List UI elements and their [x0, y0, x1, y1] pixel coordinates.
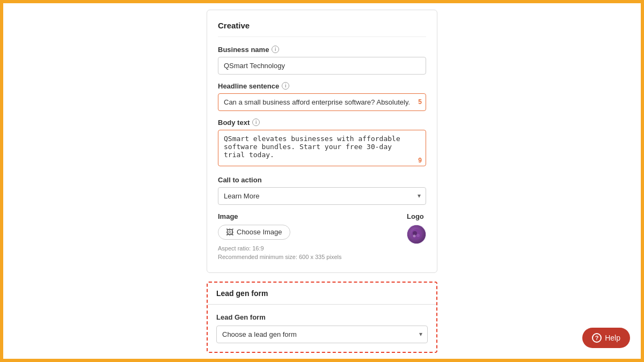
- image-hint: Aspect ratio: 16:9 Recommended minimum s…: [218, 244, 385, 262]
- headline-info-icon[interactable]: i: [282, 82, 289, 90]
- image-hint-aspect: Aspect ratio: 16:9: [218, 244, 385, 253]
- lead-gen-card: Lead gen form Lead Gen form Choose a lea…: [207, 282, 437, 353]
- headline-sentence-label: Headline sentence i: [218, 82, 426, 90]
- logo-image-icon: [411, 228, 422, 240]
- lead-gen-header: Lead gen form: [208, 283, 436, 305]
- main-content: Creative Business name i Headline senten…: [207, 10, 437, 353]
- creative-card: Creative Business name i Headline senten…: [207, 10, 437, 273]
- svg-point-3: [413, 234, 416, 237]
- business-name-input[interactable]: [218, 57, 426, 75]
- image-hint-size: Recommended minimum size: 600 x 335 pixe…: [218, 253, 385, 262]
- headline-wrapper: 5: [218, 93, 426, 111]
- call-to-action-label: Call to action: [218, 176, 426, 184]
- lead-gen-body: Lead Gen form Choose a lead gen form ▾: [208, 305, 436, 352]
- logo-avatar: [407, 225, 426, 244]
- body-text-wrapper: QSmart elevates businesses with affordab…: [218, 130, 426, 168]
- body-text-label: Body text i: [218, 119, 426, 127]
- help-button[interactable]: ? Help: [582, 328, 630, 348]
- call-to-action-select[interactable]: Learn More Sign Up Get Quote Contact Us …: [218, 187, 426, 205]
- image-logo-row: Image 🖼 Choose Image Aspect ratio: 16:9 …: [218, 212, 426, 262]
- image-section: Image 🖼 Choose Image Aspect ratio: 16:9 …: [218, 212, 385, 262]
- lead-gen-form-select[interactable]: Choose a lead gen form: [216, 326, 428, 343]
- help-circle-icon: ?: [592, 333, 602, 343]
- card-title: Creative: [218, 21, 426, 37]
- page-wrapper: Creative Business name i Headline senten…: [3, 3, 641, 359]
- lead-gen-select-wrapper: Choose a lead gen form ▾: [216, 326, 428, 343]
- lead-gen-field-label: Lead Gen form: [216, 313, 428, 321]
- image-icon: 🖼: [226, 228, 233, 237]
- body-text-group: Body text i QSmart elevates businesses w…: [218, 119, 426, 168]
- body-text-input[interactable]: QSmart elevates businesses with affordab…: [218, 130, 426, 166]
- headline-char-count: 5: [418, 98, 422, 106]
- headline-sentence-input[interactable]: [218, 93, 426, 111]
- image-label: Image: [218, 212, 385, 220]
- business-name-group: Business name i: [218, 46, 426, 75]
- business-name-info-icon[interactable]: i: [272, 46, 279, 53]
- headline-sentence-group: Headline sentence i 5: [218, 82, 426, 111]
- help-button-label: Help: [605, 334, 620, 342]
- logo-label: Logo: [407, 212, 426, 220]
- call-to-action-select-wrapper: Learn More Sign Up Get Quote Contact Us …: [218, 187, 426, 205]
- lead-gen-title: Lead gen form: [216, 289, 428, 298]
- body-text-char-count: 9: [418, 157, 422, 164]
- choose-image-label: Choose Image: [237, 228, 282, 236]
- svg-point-2: [416, 234, 420, 237]
- choose-image-button[interactable]: 🖼 Choose Image: [218, 225, 290, 240]
- call-to-action-group: Call to action Learn More Sign Up Get Qu…: [218, 176, 426, 205]
- logo-avatar-inner: [407, 225, 426, 243]
- body-text-info-icon[interactable]: i: [252, 119, 260, 126]
- logo-section: Logo: [407, 212, 426, 244]
- business-name-label: Business name i: [218, 46, 426, 54]
